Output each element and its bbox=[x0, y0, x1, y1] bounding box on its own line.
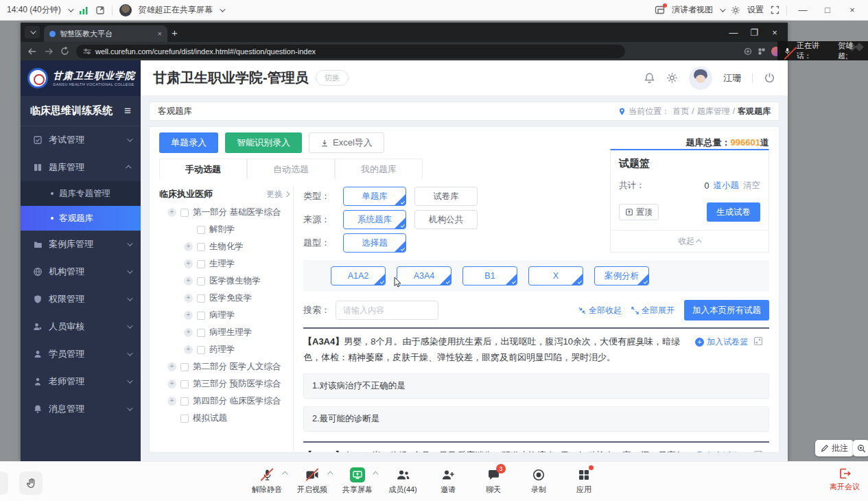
breadcrumb-parent[interactable]: 题库管理 bbox=[697, 106, 730, 117]
basket-clear-link[interactable]: 清空 bbox=[743, 180, 760, 191]
sidebar-item-teacher-mgmt[interactable]: 老师管理 bbox=[21, 368, 141, 395]
hamburger-icon[interactable]: ≡ bbox=[124, 104, 131, 118]
refresh-icon[interactable] bbox=[60, 47, 69, 56]
checkbox[interactable] bbox=[197, 277, 205, 286]
sidebar-item-personnel-review[interactable]: 人员审核 bbox=[21, 313, 141, 340]
video-options-chevron[interactable] bbox=[327, 471, 333, 476]
expander-icon[interactable]: + bbox=[167, 208, 176, 217]
expander-icon[interactable]: + bbox=[167, 397, 176, 406]
url-bar[interactable]: well.curefun.com/curefun/dist/index.html… bbox=[76, 45, 625, 58]
bell-icon[interactable] bbox=[644, 72, 655, 84]
expander-icon[interactable]: + bbox=[167, 380, 176, 388]
maximize-button[interactable]: □ bbox=[819, 4, 836, 16]
filter-option-org-public[interactable]: 机构公共 bbox=[414, 210, 478, 229]
sidebar-item-objective-bank[interactable]: 客观题库 bbox=[21, 206, 141, 231]
filter-option-paper-bank[interactable]: 试卷库 bbox=[414, 187, 478, 206]
expander-icon[interactable]: + bbox=[167, 362, 176, 371]
excel-import-button[interactable]: Excel导入 bbox=[309, 132, 384, 153]
back-icon[interactable] bbox=[27, 47, 37, 56]
chip-x[interactable]: X bbox=[528, 266, 583, 286]
breadcrumb-home[interactable]: 首页 bbox=[672, 106, 689, 117]
checkbox[interactable] bbox=[197, 294, 205, 303]
expander-icon[interactable]: + bbox=[184, 345, 193, 354]
fullscreen-icon[interactable] bbox=[771, 5, 779, 14]
expand-all-link[interactable]: 全部展开 bbox=[631, 305, 675, 316]
minimize-button[interactable]: — bbox=[794, 4, 812, 16]
checkbox[interactable] bbox=[197, 243, 205, 251]
browser-close-button[interactable]: × bbox=[766, 26, 784, 38]
add-to-basket-link[interactable]: +加入试卷篮 bbox=[695, 336, 748, 348]
expander-icon[interactable]: + bbox=[184, 242, 193, 251]
edge-button[interactable] bbox=[0, 471, 8, 495]
forward-icon[interactable] bbox=[44, 47, 54, 56]
add-to-basket-link[interactable]: +加入试卷篮 bbox=[695, 450, 748, 454]
checkbox[interactable] bbox=[197, 226, 205, 234]
meeting-time[interactable]: 14:40 (40分钟) bbox=[7, 4, 61, 16]
leave-meeting-button[interactable]: 离开会议 bbox=[830, 467, 860, 492]
user-avatar[interactable] bbox=[689, 67, 712, 90]
sharing-status[interactable]: 贺雄超正在共享屏幕 bbox=[139, 4, 213, 16]
expander-icon[interactable]: + bbox=[184, 259, 193, 268]
chat-button[interactable]: 3 聊天 bbox=[476, 467, 511, 495]
expander-icon[interactable]: + bbox=[184, 277, 193, 286]
apps-button[interactable]: 应用 bbox=[566, 467, 602, 495]
pin-top-button[interactable]: 置顶 bbox=[619, 204, 659, 220]
mic-options-chevron[interactable] bbox=[282, 471, 288, 476]
filter-option-choice[interactable]: 选择题 bbox=[343, 233, 406, 253]
tree-node[interactable]: +第二部分 医学人文综合 bbox=[159, 358, 289, 375]
expander-icon[interactable]: + bbox=[184, 311, 193, 320]
sub-question[interactable]: 2.最可能的诊断是 bbox=[303, 406, 769, 432]
checkbox[interactable] bbox=[197, 329, 205, 337]
sidebar-item-case-library[interactable]: 案例库管理 bbox=[21, 231, 141, 258]
checkbox[interactable] bbox=[197, 312, 205, 320]
tree-node[interactable]: +医学微生物学 bbox=[159, 272, 289, 290]
browser-minimize-button[interactable]: — bbox=[725, 26, 742, 38]
chip-a1a2[interactable]: A1A2 bbox=[331, 266, 386, 286]
tab-auto-select[interactable]: 自动选题 bbox=[247, 159, 335, 179]
checkbox[interactable] bbox=[197, 260, 205, 268]
share-screen-button[interactable]: 共享屏幕 bbox=[340, 467, 375, 495]
sidebar-item-question-topic-mgmt[interactable]: 题库专题管理 bbox=[21, 181, 141, 206]
expand-question-icon[interactable] bbox=[753, 336, 763, 346]
browser-restore-button[interactable]: ❐ bbox=[745, 26, 763, 38]
tree-node[interactable]: +第一部分 基础医学综合 bbox=[159, 204, 289, 221]
tab-search-button[interactable] bbox=[25, 26, 40, 38]
gear-icon[interactable] bbox=[731, 5, 740, 15]
unmute-button[interactable]: 解除静音 bbox=[249, 467, 285, 495]
raise-hand-button[interactable] bbox=[19, 471, 43, 495]
smart-entry-button[interactable]: 智能识别录入 bbox=[225, 132, 302, 153]
expander-icon[interactable]: + bbox=[184, 294, 193, 303]
close-button[interactable]: × bbox=[843, 4, 861, 16]
sub-question[interactable]: 1.对该病治疗不正确的是 bbox=[303, 373, 769, 399]
share-options-chevron[interactable] bbox=[373, 471, 378, 476]
tree-node[interactable]: +药理学 bbox=[159, 341, 289, 358]
change-subject-link[interactable]: 更换 bbox=[266, 189, 289, 200]
expand-question-icon[interactable] bbox=[753, 450, 763, 454]
search-input[interactable] bbox=[336, 301, 438, 320]
filter-option-single-bank[interactable]: 单题库 bbox=[343, 187, 406, 206]
logout-icon[interactable] bbox=[764, 72, 775, 84]
add-all-button[interactable]: 加入本页所有试题 bbox=[684, 300, 769, 321]
popout-icon[interactable] bbox=[95, 5, 105, 15]
tree-node[interactable]: +第三部分 预防医学综合 bbox=[159, 375, 289, 393]
tree-node[interactable]: +病理生理学 bbox=[159, 324, 289, 341]
tree-node[interactable]: 解剖学 bbox=[159, 221, 289, 238]
checkbox[interactable] bbox=[180, 380, 189, 388]
sidebar-item-question-bank[interactable]: 题库管理 bbox=[21, 154, 141, 181]
annotate-button[interactable]: 批注 bbox=[815, 440, 854, 456]
single-entry-button[interactable]: 单题录入 bbox=[159, 132, 218, 153]
chip-case-analysis[interactable]: 案例分析 bbox=[594, 266, 649, 286]
sidebar-item-exam[interactable]: 考试管理 bbox=[21, 126, 141, 154]
tree-node[interactable]: 模拟试题 bbox=[159, 410, 289, 427]
gear-icon[interactable] bbox=[666, 72, 678, 84]
checkbox[interactable] bbox=[180, 209, 189, 217]
sidebar-item-student-mgmt[interactable]: 学员管理 bbox=[21, 340, 141, 368]
tab-my-bank[interactable]: 我的题库 bbox=[335, 159, 423, 179]
new-tab-button[interactable]: + bbox=[172, 27, 178, 38]
bookmark-icon[interactable] bbox=[744, 47, 752, 56]
tab-manual-select[interactable]: 手动选题 bbox=[159, 159, 247, 179]
chip-a3a4[interactable]: A3A4 bbox=[397, 266, 451, 286]
extensions-icon[interactable] bbox=[758, 47, 766, 56]
sidebar-item-permission-mgmt[interactable]: 权限管理 bbox=[21, 286, 141, 313]
basket-count-unit[interactable]: 道小题 bbox=[714, 180, 740, 191]
